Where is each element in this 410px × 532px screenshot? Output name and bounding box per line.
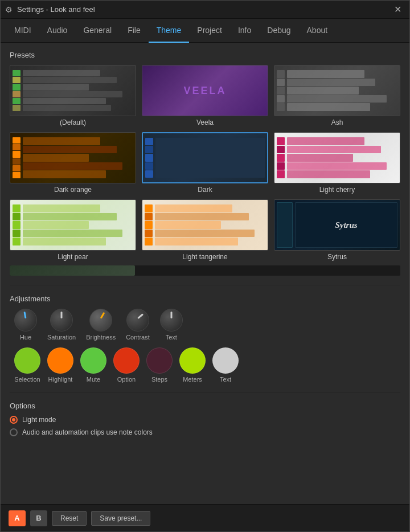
- preset-label-sytrus: Sytrus: [327, 253, 347, 261]
- a-button[interactable]: A: [9, 510, 26, 526]
- preset-label-lightpear: Light pear: [58, 253, 88, 261]
- preset-label-lightcherry: Light cherry: [319, 186, 355, 194]
- option-color[interactable]: [113, 347, 140, 374]
- brightness-knob-item: Brightness: [86, 309, 116, 341]
- contrast-knob[interactable]: [126, 309, 149, 332]
- preset-ash[interactable]: Ash: [274, 65, 400, 126]
- nav-item-info[interactable]: Info: [230, 19, 259, 43]
- option-note-colors-row: Audio and automation clips use note colo…: [10, 428, 400, 436]
- preset-dark-orange[interactable]: Dark orange: [10, 132, 136, 194]
- highlight-label: Highlight: [48, 376, 73, 383]
- steps-circle-item: Steps: [146, 347, 173, 383]
- text-color-circle-item: Text: [212, 347, 239, 383]
- preset-label-default: (Default): [60, 118, 86, 126]
- preset-veela[interactable]: VEELA Veela: [142, 65, 268, 126]
- settings-window: ⚙ Settings - Look and feel ✕ MIDI Audio …: [0, 0, 410, 532]
- option-light-mode-row: Light mode: [10, 416, 400, 424]
- mute-color[interactable]: [80, 347, 106, 374]
- preset-thumb-default: [10, 65, 136, 116]
- contrast-knob-label: Contrast: [126, 334, 150, 341]
- hue-knob-indicator: [23, 312, 26, 318]
- preset-light-pear[interactable]: Light pear: [10, 199, 136, 261]
- preset-thumb-ash: [274, 65, 400, 116]
- option-note-colors-label: Audio and automation clips use note colo…: [22, 428, 153, 436]
- saturation-knob-indicator: [61, 312, 63, 318]
- selection-label: Selection: [14, 376, 40, 383]
- options-section: Options Light mode Audio and automation …: [10, 402, 400, 441]
- preset-default[interactable]: (Default): [10, 65, 136, 126]
- text-color-label: Text: [220, 376, 231, 383]
- saturation-knob-item: Saturation: [47, 309, 76, 341]
- preset-thumb-lightpear: [10, 199, 136, 251]
- hue-knob-label: Hue: [20, 334, 31, 341]
- text-knob-label: Text: [166, 334, 177, 341]
- hue-knob[interactable]: [14, 309, 37, 332]
- nav-item-midi[interactable]: MIDI: [6, 19, 39, 43]
- preset-thumb-dark: [142, 132, 268, 183]
- preset-thumb-sytrus: Sytrus: [274, 199, 400, 251]
- adjustments-section: Adjustments Hue Saturation: [10, 294, 400, 383]
- preset-label-ash: Ash: [331, 118, 343, 126]
- preset-dark[interactable]: Dark: [142, 132, 268, 194]
- saturation-knob[interactable]: [50, 309, 73, 332]
- preset-light-tangerine[interactable]: Light tangerine: [142, 199, 268, 261]
- text-knob-item: Text: [160, 309, 183, 341]
- presets-title: Presets: [10, 51, 400, 59]
- nav-item-file[interactable]: File: [120, 19, 149, 43]
- preset-sytrus[interactable]: Sytrus Sytrus: [274, 199, 400, 261]
- nav-item-general[interactable]: General: [75, 19, 120, 43]
- preset-thumb-veela: VEELA: [142, 65, 268, 116]
- main-content: Presets: [1, 43, 409, 504]
- reset-button[interactable]: Reset: [52, 511, 87, 526]
- option-label: Option: [117, 376, 136, 383]
- presets-grid: (Default) VEELA Veela: [10, 65, 400, 261]
- radio-light-mode[interactable]: [10, 416, 18, 424]
- steps-label: Steps: [151, 376, 167, 383]
- nav-item-theme[interactable]: Theme: [149, 19, 190, 43]
- presets-section: Presets: [10, 51, 400, 276]
- divider-1: [10, 285, 400, 285]
- preset-thumb-darkorange: [10, 132, 136, 183]
- option-circle-item: Option: [113, 347, 140, 383]
- option-light-mode-label: Light mode: [22, 416, 56, 424]
- title-bar: ⚙ Settings - Look and feel ✕: [1, 1, 409, 19]
- steps-color[interactable]: [146, 347, 173, 374]
- divider-2: [10, 392, 400, 392]
- meters-color[interactable]: [179, 347, 206, 374]
- preset-label-lighttangerine: Light tangerine: [182, 253, 227, 261]
- radio-light-mode-inner: [12, 418, 15, 421]
- saturation-knob-label: Saturation: [47, 334, 76, 341]
- text-knob[interactable]: [160, 309, 183, 332]
- selection-color[interactable]: [14, 347, 40, 374]
- preset-label-veela: Veela: [196, 118, 214, 126]
- b-button[interactable]: B: [30, 510, 47, 526]
- knobs-row: Hue Saturation Brightness: [10, 309, 400, 341]
- window-title: Settings - Look and feel: [17, 5, 95, 14]
- highlight-circle-item: Highlight: [47, 347, 73, 383]
- nav-item-debug[interactable]: Debug: [259, 19, 298, 43]
- meters-label: Meters: [183, 376, 202, 383]
- mute-label: Mute: [87, 376, 100, 383]
- text-color-circle[interactable]: [212, 347, 239, 374]
- close-button[interactable]: ✕: [391, 3, 405, 16]
- nav-item-project[interactable]: Project: [189, 19, 230, 43]
- nav-item-audio[interactable]: Audio: [39, 19, 76, 43]
- radio-note-colors[interactable]: [10, 428, 18, 436]
- contrast-knob-indicator: [137, 313, 144, 319]
- veela-logo-text: VEELA: [183, 85, 226, 97]
- save-preset-button[interactable]: Save preset...: [91, 511, 150, 526]
- selection-circle-item: Selection: [14, 347, 40, 383]
- title-bar-left: ⚙ Settings - Look and feel: [5, 5, 95, 14]
- nav-bar: MIDI Audio General File Theme Project In…: [1, 19, 409, 43]
- hue-knob-item: Hue: [14, 309, 37, 341]
- meters-circle-item: Meters: [179, 347, 206, 383]
- color-circles-row: Selection Highlight Mute Option: [10, 347, 400, 383]
- preset-label-darkorange: Dark orange: [54, 186, 92, 194]
- bottom-bar: A B Reset Save preset...: [1, 504, 409, 531]
- contrast-knob-item: Contrast: [126, 309, 150, 341]
- highlight-color[interactable]: [47, 347, 73, 374]
- brightness-knob[interactable]: [89, 309, 112, 332]
- nav-item-about[interactable]: About: [299, 19, 336, 43]
- preset-light-cherry[interactable]: Light cherry: [274, 132, 400, 194]
- brightness-knob-indicator: [100, 312, 105, 319]
